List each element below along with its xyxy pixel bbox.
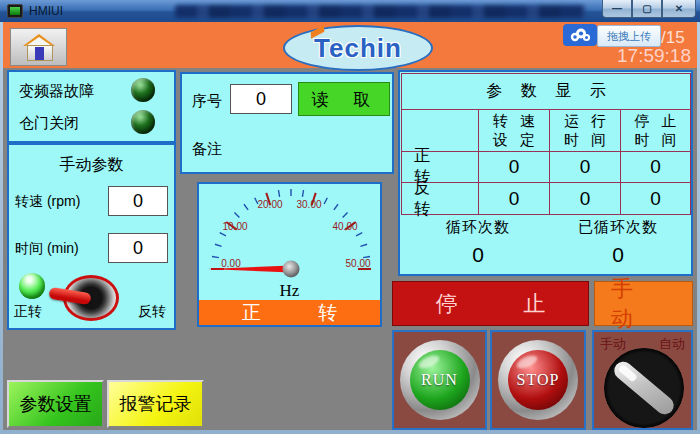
- techin-logo: Techin: [283, 25, 433, 71]
- gauge-tick-40: 40.00: [328, 221, 362, 232]
- stop-big-button[interactable]: 停 止: [392, 281, 589, 326]
- alarm-record-button[interactable]: 报警记录: [107, 380, 204, 428]
- app-icon: [7, 4, 23, 18]
- inverter-fault-label: 变频器故障: [19, 82, 94, 101]
- close-button[interactable]: ✕: [662, 0, 696, 18]
- window-title: HMIUI: [29, 4, 63, 18]
- param-table: 参 数 显 示 转 速设 定 运 行时 间 停 止时 间 正 转 0 0 0 反…: [401, 73, 691, 215]
- table-cell: 0: [479, 183, 549, 214]
- home-icon: [22, 34, 56, 60]
- mode-switch-panel: 手动 自动: [592, 330, 693, 430]
- close-icon: ✕: [675, 3, 683, 14]
- cloud-upload-icon: [568, 27, 592, 43]
- speed-label: 转速 (rpm): [15, 193, 80, 211]
- cycled-count-block: 已循环次数 0: [548, 218, 688, 267]
- door-closed-led-icon: [131, 110, 155, 134]
- gauge-tick-0: 0.00: [214, 258, 248, 269]
- table-cell: 0: [621, 183, 690, 214]
- row-label-reverse: 反 转: [402, 183, 478, 214]
- col-header-stoptime: 停 止时 间: [621, 110, 690, 151]
- rotary-lever-icon: [611, 358, 678, 418]
- gauge-unit-label: Hz: [199, 281, 380, 301]
- app-window: HMIUI — ▢ ✕ Techin: [0, 0, 700, 434]
- table-cell: 0: [479, 152, 549, 182]
- drag-upload-button[interactable]: 拖拽上传: [597, 25, 661, 47]
- clock: 17:59:18: [589, 45, 691, 67]
- switch-auto-label: 自动: [659, 335, 685, 353]
- gauge-tick-50: 50.00: [341, 258, 375, 269]
- direction-toggle-switch[interactable]: [57, 273, 117, 317]
- col-header-runtime: 运 行时 间: [550, 110, 620, 151]
- table-cell: 0: [621, 152, 690, 182]
- logo-text: Techin: [314, 33, 402, 64]
- gauge-tick-30: 30.00: [292, 199, 326, 210]
- run-button[interactable]: RUN: [400, 340, 480, 420]
- maximize-button[interactable]: ▢: [632, 0, 662, 18]
- forward-label: 正转: [14, 303, 42, 321]
- time-input[interactable]: [108, 233, 168, 263]
- param-table-title: 参 数 显 示: [402, 74, 690, 109]
- gauge-tick-20: 20.00: [253, 199, 287, 210]
- inverter-fault-led-icon: [131, 78, 155, 102]
- time-label: 时间 (min): [15, 240, 79, 258]
- title-bar[interactable]: HMIUI — ▢ ✕: [0, 0, 700, 22]
- cycle-count-label: 循环次数: [408, 218, 548, 237]
- mode-rotary-switch[interactable]: [604, 348, 684, 428]
- hmi-screen: Techin 拖拽上传 /15 17:59:18 变频器故障 仓门关闭: [3, 22, 697, 430]
- note-label: 备注: [192, 140, 222, 159]
- manual-mode-button[interactable]: 手 动: [594, 281, 693, 326]
- direction-status-bar: 正 转: [199, 300, 380, 325]
- cloud-upload-button[interactable]: [563, 24, 597, 46]
- run-button-label: RUN: [421, 371, 458, 389]
- param-display-panel: 参 数 显 示 转 速设 定 运 行时 间 停 止时 间 正 转 0 0 0 反…: [398, 70, 693, 276]
- reverse-label: 反转: [138, 303, 166, 321]
- speed-input[interactable]: [108, 186, 168, 216]
- minimize-icon: —: [612, 3, 622, 14]
- minimize-button[interactable]: —: [602, 0, 632, 18]
- col-header-speed: 转 速设 定: [479, 110, 549, 151]
- corner-cell: [402, 110, 478, 151]
- door-closed-label: 仓门关闭: [19, 114, 79, 133]
- index-input[interactable]: [230, 84, 292, 114]
- cycle-count-value: 0: [408, 243, 548, 267]
- gauge-tick-10: 10.00: [218, 221, 252, 232]
- stop-button-panel: STOP: [490, 330, 586, 430]
- table-cell: 0: [550, 152, 620, 182]
- record-panel: 序号 读 取 备注: [180, 72, 394, 174]
- switch-manual-label: 手动: [600, 335, 626, 353]
- maximize-icon: ▢: [642, 3, 651, 14]
- logo-flag-icon: [311, 25, 325, 39]
- header-band: Techin 拖拽上传 /15 17:59:18: [3, 22, 697, 68]
- forward-led-icon: [19, 273, 45, 299]
- manual-params-title: 手动参数: [9, 155, 174, 176]
- blurred-path-text: [175, 5, 585, 18]
- manual-params-panel: 手动参数 转速 (rpm) 时间 (min) 正转 反转: [7, 143, 176, 330]
- stop-button-label: STOP: [517, 371, 560, 389]
- home-button[interactable]: [10, 28, 67, 66]
- table-cell: 0: [550, 183, 620, 214]
- cycle-count-block: 循环次数 0: [408, 218, 548, 267]
- index-label: 序号: [192, 92, 222, 111]
- param-settings-button[interactable]: 参数设置: [7, 380, 104, 428]
- run-button-panel: RUN: [392, 330, 487, 430]
- read-button[interactable]: 读 取: [298, 82, 390, 116]
- gauge-panel: 0.00 10.00 20.00 30.00 40.00 50.00 Hz 正 …: [197, 182, 382, 327]
- status-panel: 变频器故障 仓门关闭: [7, 70, 176, 143]
- stop-button[interactable]: STOP: [498, 340, 578, 420]
- cycled-count-value: 0: [548, 243, 688, 267]
- gauge-hub-icon: [283, 261, 300, 278]
- cycled-count-label: 已循环次数: [548, 218, 688, 237]
